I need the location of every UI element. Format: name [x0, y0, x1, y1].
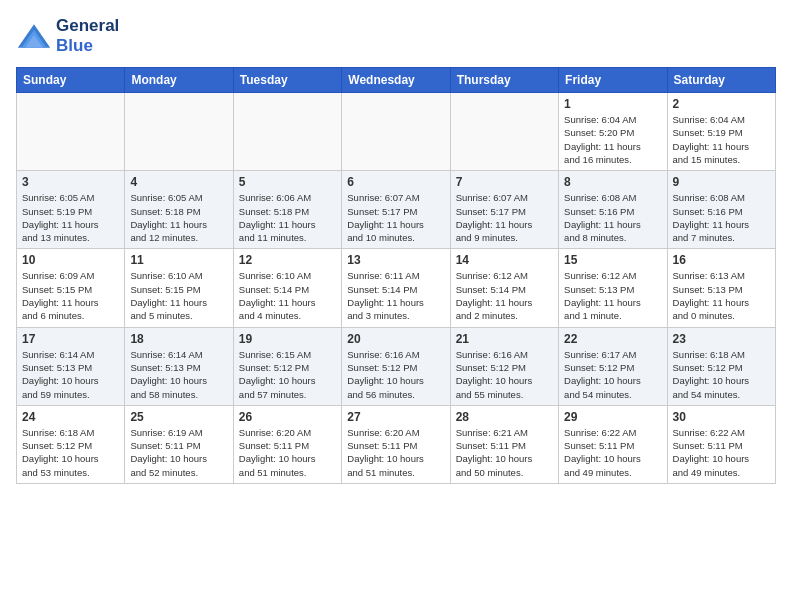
day-number: 24 — [22, 410, 119, 424]
day-info: Sunrise: 6:05 AM Sunset: 5:18 PM Dayligh… — [130, 191, 227, 244]
day-info: Sunrise: 6:08 AM Sunset: 5:16 PM Dayligh… — [673, 191, 770, 244]
day-info: Sunrise: 6:19 AM Sunset: 5:11 PM Dayligh… — [130, 426, 227, 479]
calendar-week: 24Sunrise: 6:18 AM Sunset: 5:12 PM Dayli… — [17, 405, 776, 483]
calendar-cell — [450, 93, 558, 171]
logo-text-general: General — [56, 16, 119, 36]
calendar-cell: 25Sunrise: 6:19 AM Sunset: 5:11 PM Dayli… — [125, 405, 233, 483]
calendar-week: 17Sunrise: 6:14 AM Sunset: 5:13 PM Dayli… — [17, 327, 776, 405]
calendar-cell: 24Sunrise: 6:18 AM Sunset: 5:12 PM Dayli… — [17, 405, 125, 483]
day-number: 17 — [22, 332, 119, 346]
day-number: 10 — [22, 253, 119, 267]
weekday-header: Sunday — [17, 68, 125, 93]
calendar-week: 3Sunrise: 6:05 AM Sunset: 5:19 PM Daylig… — [17, 171, 776, 249]
day-number: 28 — [456, 410, 553, 424]
day-number: 19 — [239, 332, 336, 346]
calendar-cell: 29Sunrise: 6:22 AM Sunset: 5:11 PM Dayli… — [559, 405, 667, 483]
calendar-cell: 13Sunrise: 6:11 AM Sunset: 5:14 PM Dayli… — [342, 249, 450, 327]
calendar-cell: 10Sunrise: 6:09 AM Sunset: 5:15 PM Dayli… — [17, 249, 125, 327]
day-number: 29 — [564, 410, 661, 424]
calendar-cell — [342, 93, 450, 171]
calendar-cell: 16Sunrise: 6:13 AM Sunset: 5:13 PM Dayli… — [667, 249, 775, 327]
day-info: Sunrise: 6:21 AM Sunset: 5:11 PM Dayligh… — [456, 426, 553, 479]
calendar-week: 1Sunrise: 6:04 AM Sunset: 5:20 PM Daylig… — [17, 93, 776, 171]
calendar-cell — [125, 93, 233, 171]
calendar-cell: 1Sunrise: 6:04 AM Sunset: 5:20 PM Daylig… — [559, 93, 667, 171]
day-info: Sunrise: 6:05 AM Sunset: 5:19 PM Dayligh… — [22, 191, 119, 244]
calendar-cell: 4Sunrise: 6:05 AM Sunset: 5:18 PM Daylig… — [125, 171, 233, 249]
day-number: 2 — [673, 97, 770, 111]
day-number: 18 — [130, 332, 227, 346]
day-number: 16 — [673, 253, 770, 267]
day-info: Sunrise: 6:06 AM Sunset: 5:18 PM Dayligh… — [239, 191, 336, 244]
day-info: Sunrise: 6:13 AM Sunset: 5:13 PM Dayligh… — [673, 269, 770, 322]
calendar-cell: 7Sunrise: 6:07 AM Sunset: 5:17 PM Daylig… — [450, 171, 558, 249]
calendar-cell: 21Sunrise: 6:16 AM Sunset: 5:12 PM Dayli… — [450, 327, 558, 405]
day-info: Sunrise: 6:11 AM Sunset: 5:14 PM Dayligh… — [347, 269, 444, 322]
day-number: 3 — [22, 175, 119, 189]
calendar-cell — [233, 93, 341, 171]
day-number: 27 — [347, 410, 444, 424]
calendar-cell: 15Sunrise: 6:12 AM Sunset: 5:13 PM Dayli… — [559, 249, 667, 327]
day-number: 15 — [564, 253, 661, 267]
day-number: 26 — [239, 410, 336, 424]
calendar-cell: 18Sunrise: 6:14 AM Sunset: 5:13 PM Dayli… — [125, 327, 233, 405]
day-info: Sunrise: 6:18 AM Sunset: 5:12 PM Dayligh… — [22, 426, 119, 479]
day-info: Sunrise: 6:07 AM Sunset: 5:17 PM Dayligh… — [456, 191, 553, 244]
day-info: Sunrise: 6:17 AM Sunset: 5:12 PM Dayligh… — [564, 348, 661, 401]
day-info: Sunrise: 6:09 AM Sunset: 5:15 PM Dayligh… — [22, 269, 119, 322]
calendar-cell: 6Sunrise: 6:07 AM Sunset: 5:17 PM Daylig… — [342, 171, 450, 249]
calendar-header: SundayMondayTuesdayWednesdayThursdayFrid… — [17, 68, 776, 93]
day-info: Sunrise: 6:15 AM Sunset: 5:12 PM Dayligh… — [239, 348, 336, 401]
weekday-header: Saturday — [667, 68, 775, 93]
day-info: Sunrise: 6:12 AM Sunset: 5:13 PM Dayligh… — [564, 269, 661, 322]
calendar-cell: 3Sunrise: 6:05 AM Sunset: 5:19 PM Daylig… — [17, 171, 125, 249]
weekday-header: Tuesday — [233, 68, 341, 93]
day-info: Sunrise: 6:18 AM Sunset: 5:12 PM Dayligh… — [673, 348, 770, 401]
weekday-header: Monday — [125, 68, 233, 93]
calendar-cell: 27Sunrise: 6:20 AM Sunset: 5:11 PM Dayli… — [342, 405, 450, 483]
day-info: Sunrise: 6:22 AM Sunset: 5:11 PM Dayligh… — [673, 426, 770, 479]
calendar-body: 1Sunrise: 6:04 AM Sunset: 5:20 PM Daylig… — [17, 93, 776, 484]
calendar-cell — [17, 93, 125, 171]
calendar-cell: 26Sunrise: 6:20 AM Sunset: 5:11 PM Dayli… — [233, 405, 341, 483]
calendar-cell: 17Sunrise: 6:14 AM Sunset: 5:13 PM Dayli… — [17, 327, 125, 405]
day-number: 8 — [564, 175, 661, 189]
day-info: Sunrise: 6:20 AM Sunset: 5:11 PM Dayligh… — [239, 426, 336, 479]
calendar-cell: 11Sunrise: 6:10 AM Sunset: 5:15 PM Dayli… — [125, 249, 233, 327]
calendar-cell: 12Sunrise: 6:10 AM Sunset: 5:14 PM Dayli… — [233, 249, 341, 327]
day-info: Sunrise: 6:07 AM Sunset: 5:17 PM Dayligh… — [347, 191, 444, 244]
calendar-cell: 20Sunrise: 6:16 AM Sunset: 5:12 PM Dayli… — [342, 327, 450, 405]
calendar-cell: 9Sunrise: 6:08 AM Sunset: 5:16 PM Daylig… — [667, 171, 775, 249]
calendar-cell: 8Sunrise: 6:08 AM Sunset: 5:16 PM Daylig… — [559, 171, 667, 249]
page-header: General Blue — [16, 16, 776, 55]
day-info: Sunrise: 6:16 AM Sunset: 5:12 PM Dayligh… — [456, 348, 553, 401]
calendar-table: SundayMondayTuesdayWednesdayThursdayFrid… — [16, 67, 776, 484]
day-info: Sunrise: 6:20 AM Sunset: 5:11 PM Dayligh… — [347, 426, 444, 479]
day-info: Sunrise: 6:14 AM Sunset: 5:13 PM Dayligh… — [130, 348, 227, 401]
day-number: 1 — [564, 97, 661, 111]
day-number: 5 — [239, 175, 336, 189]
day-number: 25 — [130, 410, 227, 424]
calendar-cell: 22Sunrise: 6:17 AM Sunset: 5:12 PM Dayli… — [559, 327, 667, 405]
weekday-header: Thursday — [450, 68, 558, 93]
logo-icon — [16, 22, 52, 50]
calendar-week: 10Sunrise: 6:09 AM Sunset: 5:15 PM Dayli… — [17, 249, 776, 327]
day-number: 4 — [130, 175, 227, 189]
day-number: 21 — [456, 332, 553, 346]
day-number: 12 — [239, 253, 336, 267]
calendar-cell: 2Sunrise: 6:04 AM Sunset: 5:19 PM Daylig… — [667, 93, 775, 171]
day-number: 20 — [347, 332, 444, 346]
day-number: 30 — [673, 410, 770, 424]
logo: General Blue — [16, 16, 119, 55]
calendar-cell: 14Sunrise: 6:12 AM Sunset: 5:14 PM Dayli… — [450, 249, 558, 327]
day-info: Sunrise: 6:04 AM Sunset: 5:19 PM Dayligh… — [673, 113, 770, 166]
day-number: 23 — [673, 332, 770, 346]
day-info: Sunrise: 6:10 AM Sunset: 5:14 PM Dayligh… — [239, 269, 336, 322]
calendar-cell: 30Sunrise: 6:22 AM Sunset: 5:11 PM Dayli… — [667, 405, 775, 483]
day-number: 14 — [456, 253, 553, 267]
day-info: Sunrise: 6:22 AM Sunset: 5:11 PM Dayligh… — [564, 426, 661, 479]
day-info: Sunrise: 6:14 AM Sunset: 5:13 PM Dayligh… — [22, 348, 119, 401]
day-number: 7 — [456, 175, 553, 189]
logo-text-blue: Blue — [56, 36, 119, 56]
day-number: 13 — [347, 253, 444, 267]
